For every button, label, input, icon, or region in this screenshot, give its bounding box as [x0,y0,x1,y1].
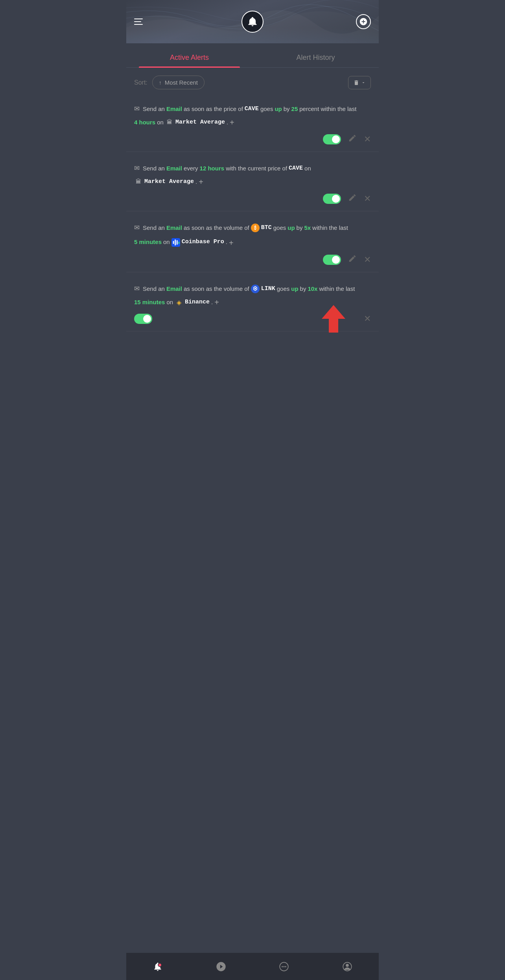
chevron-down-icon [361,80,366,85]
alert-4-toggle[interactable] [134,314,152,324]
svg-marker-8 [322,305,345,333]
alert-4-channel: Email [166,284,182,294]
edit-icon-2 [348,193,357,202]
alert-4-delete-button[interactable]: ✕ [364,314,371,324]
alert-1-direction: up [275,104,282,114]
alert-3-delete-button[interactable]: ✕ [364,255,371,265]
alert-1-text: ✉ Send an Email as soon as the price of … [134,104,371,129]
delete-button[interactable] [348,76,371,89]
svg-rect-2 [175,239,176,245]
alert-1-delete-button[interactable]: ✕ [364,134,371,144]
alert-card-4: ✉ Send an Email as soon as the volume of… [126,276,379,331]
alert-3-edit-button[interactable] [348,254,357,265]
alert-card-2: ✉ Send an Email every 12 hours with the … [126,155,379,211]
alert-4-add-condition[interactable]: + [214,296,219,309]
alert-1-coin: CAVE [245,104,259,114]
svg-rect-1 [173,241,174,244]
alert-2-timeframe: 12 hours [200,164,225,174]
alert-1-amount: 25 [291,104,298,114]
alert-1-actions: ✕ [134,129,371,148]
email-icon-4: ✉ [134,283,140,294]
alert-3-add-condition[interactable]: + [229,237,234,250]
alert-1-exchange-name: Market Average [175,118,225,128]
alert-4-exchange-name: Binance [185,298,210,307]
alert-2-toggle[interactable] [323,194,341,204]
alert-1-toggle[interactable] [323,134,341,144]
alert-3-timeframe: 5 minutes [134,237,162,247]
chainlink-icon [251,285,259,293]
alert-3-exchange-name: Coinbase Pro [182,237,224,247]
alert-2-coin: CAVE [289,164,303,174]
edit-icon-3 [348,254,357,263]
market-average-icon: 🏛 [165,118,174,127]
alert-1-edit-button[interactable] [348,134,357,144]
alert-4-actions: ✕ [134,309,371,327]
sort-arrow-icon: ↑ [159,80,162,86]
alert-3-toggle[interactable] [323,255,341,265]
edit-icon [348,134,357,142]
alert-4-amount: 10x [308,284,317,294]
alert-4-coin: LINK [261,284,275,294]
add-icon [356,14,371,29]
sort-button-label: Most Recent [165,79,198,86]
email-icon: ✉ [134,104,140,115]
menu-button[interactable] [134,18,143,25]
alert-2-edit-button[interactable] [348,193,357,204]
sort-bar: Sort: ↑ Most Recent [126,68,379,96]
alert-3-direction: up [288,223,295,233]
alert-4-timeframe: 15 minutes [134,298,165,307]
hamburger-icon [134,18,143,25]
alert-2-actions: ✕ [134,189,371,207]
tab-bar: Active Alerts Alert History [126,47,379,68]
svg-point-7 [254,288,256,289]
email-icon-3: ✉ [134,222,140,233]
bell-logo-icon [241,11,264,33]
market-average-icon-2: 🏛 [134,178,143,187]
plus-circle-icon [359,17,368,26]
alert-3-channel: Email [166,223,182,233]
alert-2-text: ✉ Send an Email every 12 hours with the … [134,163,371,189]
trash-icon [353,80,359,86]
alert-4-direction: up [291,284,298,294]
alert-2-delete-button[interactable]: ✕ [364,194,371,204]
app-logo[interactable] [241,11,264,33]
alert-3-coin: BTC [261,223,272,233]
alert-1-timeframe: 4 hours [134,118,155,128]
coinbase-pro-icon [171,238,180,247]
alert-2-add-condition[interactable]: + [199,176,203,189]
alert-2-exchange-name: Market Average [144,177,194,187]
alert-2-exchange: 🏛 Market Average [134,177,194,187]
link-coin-icon [251,285,260,293]
tab-alert-history[interactable]: Alert History [252,47,379,67]
alert-2-channel: Email [166,164,182,174]
alert-3-amount: 5x [304,223,311,233]
bell-icon [247,16,258,27]
svg-rect-4 [178,242,179,244]
alert-card-3: ✉ Send an Email as soon as the volume of… [126,214,379,272]
email-icon-2: ✉ [134,163,140,174]
alert-3-text: ✉ Send an Email as soon as the volume of… [134,222,371,250]
alert-3-actions: ✕ [134,250,371,268]
main-content: Sort: ↑ Most Recent ✉ Send an Email as s… [126,68,379,366]
btc-coin-icon: ₿ [251,224,260,232]
alert-card-1: ✉ Send an Email as soon as the price of … [126,96,379,152]
binance-icon: ◈ [175,298,183,307]
alert-1-channel: Email [166,104,182,114]
tab-active-alerts[interactable]: Active Alerts [126,47,252,67]
svg-rect-3 [177,240,178,244]
red-arrow-icon [318,305,349,333]
alert-1-exchange: 🏛 Market Average [165,118,225,128]
coinbase-icon [171,238,180,247]
sort-label: Sort: [134,79,147,86]
app-header [126,0,379,43]
red-arrow-annotation [318,305,349,334]
add-alert-button[interactable] [356,14,371,29]
alert-1-add-condition[interactable]: + [230,116,234,129]
sort-button[interactable]: ↑ Most Recent [152,76,205,89]
